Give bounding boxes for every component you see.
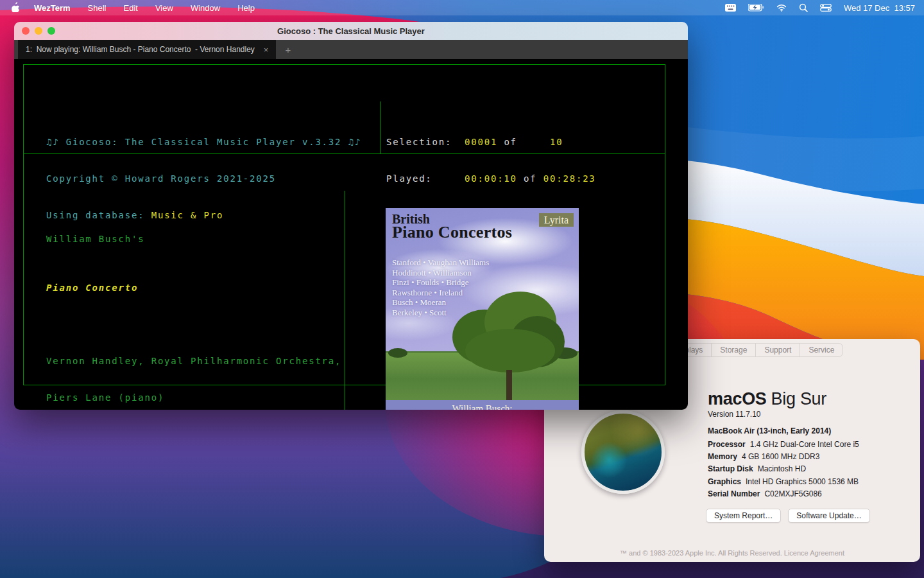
album-composer-list: Stanford • Vaughan Williams Hoddinott • … xyxy=(392,258,489,318)
control-center-icon[interactable] xyxy=(820,4,832,12)
record-label-badge: Lyrita xyxy=(539,213,574,227)
about-footer: ™ and © 1983-2023 Apple Inc. All Rights … xyxy=(544,549,920,557)
tab-service[interactable]: Service xyxy=(800,344,843,356)
spotlight-search-icon[interactable] xyxy=(799,3,808,12)
tab-bar: 1: Now playing: William Busch - Piano Co… xyxy=(14,40,688,59)
album-art: British Piano Concertos Lyrita Stanford … xyxy=(386,208,579,410)
os-version: Version 11.7.10 xyxy=(708,410,761,419)
tab-support[interactable]: Support xyxy=(755,344,800,356)
mac-model: MacBook Air (13-inch, Early 2014) xyxy=(708,426,831,435)
apple-logo-icon xyxy=(12,2,20,12)
menu-item-edit[interactable]: Edit xyxy=(124,3,138,13)
giocoso-terminal-window: Giocoso : The Classical Music Player 1: … xyxy=(14,22,688,410)
os-name-light: Big Sur xyxy=(771,389,826,408)
album-shrub xyxy=(388,348,407,358)
work-title: Piano Concerto xyxy=(46,282,345,294)
battery-charging-icon[interactable] xyxy=(748,4,764,12)
desktop: WezTerm Shell Edit View Window Help Wed … xyxy=(0,0,924,578)
album-art-panel: British Piano Concertos Lyrita Stanford … xyxy=(345,191,665,410)
apple-menu[interactable] xyxy=(12,2,20,14)
os-name: macOSBig Sur xyxy=(708,389,826,409)
playback-status: Selection:00001 of 10 Played:00:00:10 of… xyxy=(381,101,665,153)
spec-row: Startup DiskMacintosh HD xyxy=(708,463,859,475)
menu-bar: WezTerm Shell Edit View Window Help Wed … xyxy=(0,0,924,15)
tab-storage[interactable]: Storage xyxy=(711,344,755,356)
keyboard-icon[interactable] xyxy=(725,4,736,12)
software-update-button[interactable]: Software Update… xyxy=(788,509,869,523)
menu-bar-clock[interactable]: Wed 17 Dec 13:57 xyxy=(844,3,915,13)
spec-list: Processor1.4 GHz Dual-Core Intel Core i5… xyxy=(708,439,859,500)
performers: Vernon Handley, Royal Philharmonic Orche… xyxy=(46,331,345,410)
system-report-button[interactable]: System Report… xyxy=(706,509,781,523)
big-sur-artwork xyxy=(581,410,665,494)
menu-item-shell[interactable]: Shell xyxy=(88,3,107,13)
menu-item-app[interactable]: WezTerm xyxy=(34,3,71,13)
tui-frame: ♫♪ Giocoso: The Classical Music Player v… xyxy=(23,64,665,385)
tab-close-icon[interactable]: × xyxy=(264,45,269,55)
menu-item-help[interactable]: Help xyxy=(237,3,255,13)
track-info-panel: William Busch's Piano Concerto Vernon Ha… xyxy=(24,191,345,410)
spec-row: GraphicsIntel HD Graphics 5000 1536 MB xyxy=(708,476,859,488)
menu-item-view[interactable]: View xyxy=(155,3,173,13)
album-caption: William Busch: Piano Concerto xyxy=(386,400,579,410)
composer-name: William Busch's xyxy=(46,233,345,245)
spec-row: Memory4 GB 1600 MHz DDR3 xyxy=(708,451,859,463)
spec-row: Processor1.4 GHz Dual-Core Intel Core i5 xyxy=(708,439,859,451)
spec-row: Serial NumberC02MXJF5G086 xyxy=(708,488,859,500)
os-name-bold: macOS xyxy=(708,389,767,408)
album-title: British Piano Concertos xyxy=(392,213,512,238)
menu-item-window[interactable]: Window xyxy=(191,3,220,13)
terminal-content: ♫♪ Giocoso: The Classical Music Player v… xyxy=(14,59,688,410)
about-tab-bar: Displays Storage Support Service xyxy=(665,343,843,357)
app-banner: ♫♪ Giocoso: The Classical Music Player v… xyxy=(24,101,381,153)
title-bar[interactable]: Giocoso : The Classical Music Player xyxy=(14,22,688,40)
status-played: Played:00:00:10 of 00:28:23 xyxy=(386,173,665,185)
wifi-icon[interactable] xyxy=(776,4,787,12)
window-title: Giocoso : The Classical Music Player xyxy=(14,26,688,36)
banner-line1: ♫♪ Giocoso: The Classical Music Player v… xyxy=(46,136,381,148)
new-tab-button[interactable]: + xyxy=(276,40,300,59)
terminal-tab-active[interactable]: 1: Now playing: William Busch - Piano Co… xyxy=(18,40,276,59)
status-selection: Selection:00001 of 10 xyxy=(386,136,665,148)
banner-line2: Copyright © Howard Rogers 2021-2025 xyxy=(46,173,381,185)
